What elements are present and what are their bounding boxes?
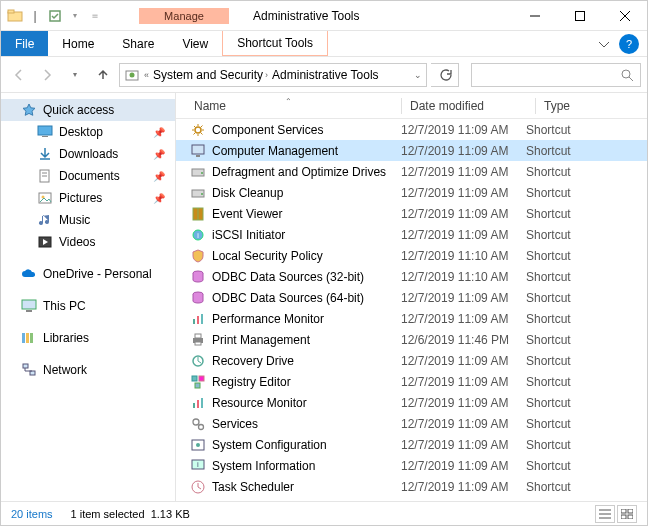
- file-date: 12/7/2019 11:10 AM: [401, 249, 526, 263]
- file-type: Shortcut: [526, 291, 647, 305]
- tab-shortcut-tools[interactable]: Shortcut Tools: [222, 31, 328, 56]
- sidebar-item[interactable]: Downloads📌: [1, 143, 175, 165]
- file-icon: [190, 290, 206, 306]
- file-row[interactable]: Component Services12/7/2019 11:09 AMShor…: [176, 119, 647, 140]
- libraries-icon: [21, 330, 37, 346]
- file-row[interactable]: Resource Monitor12/7/2019 11:09 AMShortc…: [176, 392, 647, 413]
- svg-rect-50: [193, 403, 195, 408]
- chevron-right-icon[interactable]: «: [144, 70, 149, 80]
- svg-rect-1: [8, 10, 14, 13]
- status-item-count: 20 items: [11, 508, 53, 520]
- file-list[interactable]: Component Services12/7/2019 11:09 AMShor…: [176, 119, 647, 501]
- sidebar-onedrive[interactable]: OneDrive - Personal: [1, 263, 175, 285]
- file-row[interactable]: Services12/7/2019 11:09 AMShortcut: [176, 413, 647, 434]
- file-row[interactable]: System Configuration12/7/2019 11:09 AMSh…: [176, 434, 647, 455]
- file-date: 12/7/2019 11:09 AM: [401, 459, 526, 473]
- svg-rect-41: [197, 316, 199, 324]
- file-row[interactable]: Registry Editor12/7/2019 11:09 AMShortcu…: [176, 371, 647, 392]
- forward-button[interactable]: [35, 63, 59, 87]
- file-row[interactable]: iiSCSI Initiator12/7/2019 11:09 AMShortc…: [176, 224, 647, 245]
- sidebar-item[interactable]: Documents📌: [1, 165, 175, 187]
- svg-point-53: [193, 419, 199, 425]
- sidebar-quick-access[interactable]: Quick access: [1, 99, 175, 121]
- column-date[interactable]: Date modified: [410, 99, 535, 113]
- minimize-button[interactable]: [512, 1, 557, 31]
- qat-customize-icon[interactable]: ＝: [87, 8, 103, 24]
- sidebar-item[interactable]: Desktop📌: [1, 121, 175, 143]
- file-name: Services: [212, 417, 258, 431]
- sidebar-libraries[interactable]: Libraries: [1, 327, 175, 349]
- qat-dropdown-icon[interactable]: ▾: [67, 8, 83, 24]
- file-row[interactable]: iSystem Information12/7/2019 11:09 AMSho…: [176, 455, 647, 476]
- file-row[interactable]: Computer Management12/7/2019 11:09 AMSho…: [176, 140, 647, 161]
- maximize-button[interactable]: [557, 1, 602, 31]
- file-name: Recovery Drive: [212, 354, 294, 368]
- recent-dropdown-icon[interactable]: ▾: [63, 63, 87, 87]
- file-name: ODBC Data Sources (32-bit): [212, 270, 364, 284]
- file-row[interactable]: Disk Cleanup12/7/2019 11:09 AMShortcut: [176, 182, 647, 203]
- sidebar-this-pc[interactable]: This PC: [1, 295, 175, 317]
- ribbon-expand-icon[interactable]: [589, 31, 619, 56]
- file-icon: [190, 374, 206, 390]
- tab-share[interactable]: Share: [108, 31, 168, 56]
- file-name: System Configuration: [212, 438, 327, 452]
- search-input[interactable]: [471, 63, 641, 87]
- file-row[interactable]: Recovery Drive12/7/2019 11:09 AMShortcut: [176, 350, 647, 371]
- tab-file[interactable]: File: [1, 31, 48, 56]
- file-row[interactable]: ODBC Data Sources (32-bit)12/7/2019 11:1…: [176, 266, 647, 287]
- svg-text:i: i: [197, 460, 199, 469]
- sidebar-network[interactable]: Network: [1, 359, 175, 381]
- file-date: 12/7/2019 11:09 AM: [401, 375, 526, 389]
- file-row[interactable]: Defragment and Optimize Drives12/7/2019 …: [176, 161, 647, 182]
- titlebar: | ▾ ＝ Manage Administrative Tools: [1, 1, 647, 31]
- status-size: 1.13 KB: [151, 508, 190, 520]
- address-bar[interactable]: « System and Security › Administrative T…: [119, 63, 427, 87]
- file-row[interactable]: Print Management12/6/2019 11:46 PMShortc…: [176, 329, 647, 350]
- address-dropdown-icon[interactable]: ⌄: [414, 70, 422, 80]
- close-button[interactable]: [602, 1, 647, 31]
- file-row[interactable]: Local Security Policy12/7/2019 11:10 AMS…: [176, 245, 647, 266]
- status-bar: 20 items 1 item selected 1.13 KB: [1, 501, 647, 525]
- svg-point-33: [201, 193, 203, 195]
- sidebar-item[interactable]: Music: [1, 209, 175, 231]
- view-details-button[interactable]: [595, 505, 615, 523]
- svg-point-31: [201, 172, 203, 174]
- context-tab-header: Manage: [139, 8, 229, 24]
- svg-rect-29: [196, 155, 200, 157]
- svg-rect-4: [575, 11, 584, 20]
- back-button[interactable]: [7, 63, 31, 87]
- column-name[interactable]: ⌃Name: [176, 99, 401, 113]
- file-name: Disk Cleanup: [212, 186, 283, 200]
- file-icon: [190, 416, 206, 432]
- file-row[interactable]: Task Scheduler12/7/2019 11:09 AMShortcut: [176, 476, 647, 497]
- file-row[interactable]: Performance Monitor12/7/2019 11:09 AMSho…: [176, 308, 647, 329]
- column-headers: ⌃Name Date modified Type: [176, 93, 647, 119]
- tab-view[interactable]: View: [168, 31, 222, 56]
- svg-rect-71: [628, 509, 633, 513]
- file-row[interactable]: ODBC Data Sources (64-bit)12/7/2019 11:0…: [176, 287, 647, 308]
- file-row[interactable]: Event Viewer12/7/2019 11:09 AMShortcut: [176, 203, 647, 224]
- file-date: 12/7/2019 11:09 AM: [401, 291, 526, 305]
- file-type: Shortcut: [526, 249, 647, 263]
- sidebar-item[interactable]: Pictures📌: [1, 187, 175, 209]
- properties-icon[interactable]: [47, 8, 63, 24]
- svg-rect-23: [26, 333, 29, 343]
- breadcrumb-item[interactable]: Administrative Tools: [272, 68, 379, 82]
- breadcrumb-item[interactable]: System and Security ›: [153, 68, 268, 82]
- svg-rect-70: [621, 509, 626, 513]
- refresh-button[interactable]: [431, 63, 459, 87]
- file-name: Component Services: [212, 123, 323, 137]
- file-name: Defragment and Optimize Drives: [212, 165, 386, 179]
- svg-line-10: [629, 77, 633, 81]
- file-date: 12/7/2019 11:09 AM: [401, 144, 526, 158]
- column-type[interactable]: Type: [544, 99, 647, 113]
- network-icon: [21, 362, 37, 378]
- music-icon: [37, 212, 53, 228]
- help-button[interactable]: ?: [619, 34, 639, 54]
- view-icons-button[interactable]: [617, 505, 637, 523]
- sidebar-item[interactable]: Videos: [1, 231, 175, 253]
- file-date: 12/7/2019 11:09 AM: [401, 207, 526, 221]
- tab-home[interactable]: Home: [48, 31, 108, 56]
- up-button[interactable]: [91, 63, 115, 87]
- svg-point-27: [195, 127, 201, 133]
